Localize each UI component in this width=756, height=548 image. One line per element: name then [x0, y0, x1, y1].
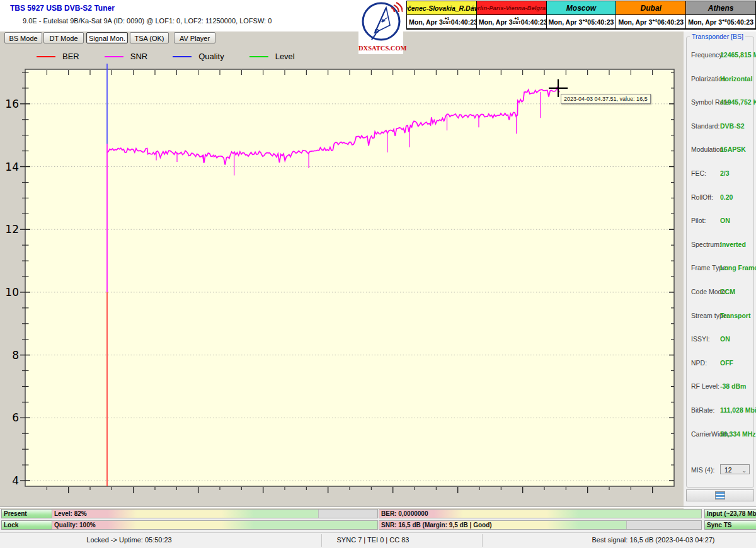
clock-time-value: 05:40:23	[587, 18, 614, 26]
transponder-row-value: Inverted	[720, 241, 746, 248]
y-axis-label: 12	[5, 223, 19, 236]
clock-athens: AthensMon, Apr 3+305:40:23	[686, 1, 755, 29]
signal-monitor-panel: BERSNRQualityLevel 46810121416 2023-04-0…	[0, 45, 684, 509]
transponder-row-label: Pilot:	[691, 217, 706, 224]
logo-text: DXSATCS.COM	[358, 45, 403, 52]
transponder-row-label: Standard:	[691, 122, 720, 130]
transponder-row-label: ISSYI:	[691, 335, 710, 343]
transponder-row-value: 2/3	[720, 169, 730, 177]
bar-unfilled	[318, 510, 377, 518]
clock-city-label: Berlin-Paris-Vienna-Belgrade	[477, 1, 546, 15]
transponder-row-label: BitRate:	[691, 406, 714, 414]
satellite-dish-icon	[360, 0, 403, 44]
bar-label: SNR: 16,5 dB (Margin: 9,5 dB | Good)	[381, 521, 492, 529]
mis-label: MIS (4):	[691, 466, 714, 474]
clock-city-label: Moscow	[547, 1, 616, 15]
mis-select[interactable]: 12 ⌄	[720, 464, 750, 474]
bar-label: Quality: 100%	[54, 521, 96, 529]
world-clocks: Lučenec-Slovakia_R.DávidMon, Apr 3+1DST0…	[406, 1, 756, 30]
transponder-row-value: ON	[720, 217, 730, 224]
transponder-row-value: -38 dBm	[720, 382, 746, 390]
tz-offset: +4	[652, 19, 656, 23]
tab-bs-mode[interactable]: BS Mode	[4, 32, 42, 43]
statusbar-divider	[321, 534, 322, 547]
clock-city-label: Athens	[686, 1, 755, 15]
clock-time: Mon, Apr 3+305:40:23	[547, 15, 616, 28]
chevron-down-icon: ⌄	[742, 465, 747, 476]
clock-time: Mon, Apr 3+406:40:23	[616, 15, 685, 28]
lock-indicator: Lock	[1, 520, 53, 530]
transponder-row-label: Frequency:	[691, 51, 724, 59]
divider	[0, 506, 756, 508]
clock-date: Mon, Apr 3	[409, 18, 443, 26]
statusbar-sync-counters: SYNC 7 | TEI 0 | CC 83	[337, 536, 410, 544]
clock-tz-offset: +3	[722, 19, 726, 23]
bar-label: BER: 0,0000000	[381, 510, 428, 518]
transponder-row-label: RF Level:	[691, 382, 719, 390]
transponder-row-value: 0.20	[720, 193, 733, 201]
bar-label: Level: 82%	[54, 510, 87, 518]
y-axis-label: 6	[12, 411, 19, 424]
y-axis-label: 8	[12, 349, 19, 362]
statusbar-best-signal: Best signal: 16,5 dB (2023-04-03 04:27)	[592, 536, 714, 544]
transponder-row-label: RollOff:	[691, 193, 713, 201]
panel-toggle-icon	[715, 491, 725, 499]
level-bar: Level: 82%	[52, 509, 378, 518]
clock-time-value: 04:40:23	[451, 18, 478, 26]
syncts-indicator: Sync TS	[704, 520, 756, 530]
clock-time-value: 06:40:23	[657, 18, 684, 26]
transponder-row-value: 12465,815 MHz	[720, 51, 756, 59]
chart-tooltip: 2023-04-03 04.37.51, value: 16,5	[561, 94, 651, 104]
clock-city-label: Dubai	[616, 1, 685, 15]
ber-bar: BER: 0,0000000	[379, 509, 702, 518]
statusbar-divider	[482, 534, 483, 547]
clock-tz-offset: +1DST	[443, 17, 451, 25]
transponder-row-value: ON	[720, 335, 730, 343]
clock-time: Mon, Apr 3+305:40:23	[686, 15, 755, 28]
clock-dubai: DubaiMon, Apr 3+406:40:23	[616, 1, 685, 29]
statusbar-uptime: Locked -> Uptime: 05:50:23	[86, 536, 171, 544]
clock-tz-offset: +3	[583, 19, 587, 23]
tab-signal-mon-[interactable]: Signal Mon.	[86, 32, 128, 43]
tab-av-player[interactable]: AV Player	[174, 32, 215, 43]
clock-lu-enec-slovakia-r-d-vid: Lučenec-Slovakia_R.DávidMon, Apr 3+1DST0…	[407, 1, 476, 29]
y-axis-label: 4	[12, 474, 19, 487]
transponder-row-value: CCM	[720, 288, 735, 295]
tuner-subtitle: 9.0E - Eutelsat 9B/Ka-Sat 9A (ID: 0090) …	[23, 17, 272, 25]
transponder-row-value: Long Frame	[720, 264, 756, 271]
tz-offset: +3	[722, 19, 726, 23]
transponder-row-label: NPD:	[691, 359, 707, 367]
tz-dst: DST	[443, 21, 451, 25]
tab-tsa-ok-[interactable]: TSA (OK)	[130, 32, 169, 43]
clock-date: Mon, Apr 3	[549, 18, 583, 26]
transponder-groupbox: Transponder [BS] Frequency:12465,815 MHz…	[686, 37, 754, 488]
clock-time-value: 04:40:23	[521, 18, 547, 26]
input-indicator: Input (~23,78 Mbps)	[704, 509, 756, 518]
clock-date: Mon, Apr 3	[688, 18, 722, 26]
y-axis-label: 16	[5, 98, 19, 110]
snr-bar: SNR: 16,5 dB (Margin: 9,5 dB | Good)	[379, 520, 702, 530]
clock-time: Mon, Apr 3+1DST04:40:23	[407, 15, 476, 28]
mis-selected-value: 12	[724, 466, 732, 474]
tab-dt-mode[interactable]: DT Mode	[43, 32, 84, 43]
bar-unfilled	[626, 521, 701, 529]
quality-bar: Quality: 100%	[52, 520, 378, 530]
clock-berlin-paris-vienna-belgrade: Berlin-Paris-Vienna-BelgradeMon, Apr 3+1…	[477, 1, 546, 29]
y-axis-label: 14	[5, 161, 19, 173]
transponder-row-value: DVB-S2	[720, 122, 745, 130]
panel-toggle-button[interactable]	[686, 489, 754, 501]
transponder-row-value: Horizontal	[720, 75, 752, 83]
transponder-row-value: 50,334 MHz	[720, 430, 756, 438]
transponder-row-value: 111,028 Mbit/s	[720, 406, 756, 414]
present-indicator: Present	[1, 509, 53, 518]
clock-tz-offset: +4	[652, 19, 656, 23]
window-title: TBS 5927 USB DVB-S2 Tuner	[10, 4, 115, 13]
plot-area	[25, 69, 674, 486]
clock-date: Mon, Apr 3	[618, 18, 652, 26]
clock-moscow: MoscowMon, Apr 3+305:40:23	[547, 1, 616, 29]
dxsatcs-logo: DXSATCS.COM	[358, 0, 403, 54]
tz-offset: +3	[583, 19, 587, 23]
clock-time: Mon, Apr 3+1DST04:40:23	[477, 15, 546, 28]
snr-plot[interactable]: 46810121416	[0, 45, 684, 509]
clock-city-label: Lučenec-Slovakia_R.Dávid	[407, 1, 476, 15]
